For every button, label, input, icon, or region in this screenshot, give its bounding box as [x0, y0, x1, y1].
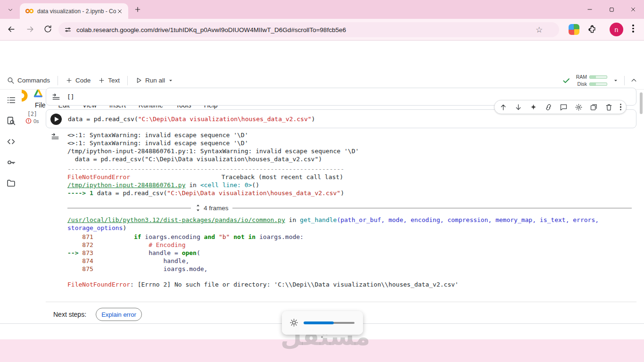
traceback-label: Traceback (most recent call last): [222, 173, 343, 181]
forward-button[interactable]: [25, 25, 35, 34]
notebook-toolbar: Commands Code Text Run all RAM Disk: [0, 72, 644, 90]
tab-title: data visualization - 2.ipynb - Co: [37, 8, 116, 15]
secrets-key-icon[interactable]: [0, 152, 22, 173]
colab-favicon: [25, 8, 33, 14]
mirror-cell-icon[interactable]: [590, 103, 598, 111]
search-icon: [7, 76, 15, 84]
new-tab-button[interactable]: [134, 6, 141, 13]
window-maximize-button[interactable]: [606, 5, 617, 14]
window-close-button[interactable]: [628, 5, 638, 14]
cell-error-icon[interactable]: [25, 118, 32, 124]
toolbar-divider: [624, 76, 625, 85]
add-code-label: Code: [75, 77, 91, 84]
output-text: []: [67, 93, 74, 101]
connected-check-icon[interactable]: [562, 76, 570, 85]
frames-divider-line: [67, 208, 191, 208]
syntax-warning-line: <>:1: SyntaxWarning: invalid escape sequ…: [67, 131, 632, 139]
gemini-spark-icon[interactable]: [529, 103, 537, 111]
notebook-scrollbar[interactable]: [640, 92, 643, 114]
frame-source-line: 874 handle,: [67, 257, 632, 265]
explain-error-button[interactable]: Explain error: [96, 308, 142, 321]
syntax-warning-code-line: data = pd.read_csv("C:\Depi\Data visuali…: [67, 155, 632, 163]
run-all-label: Run all: [145, 77, 165, 84]
browser-profile-avatar[interactable]: n: [610, 23, 623, 36]
back-button[interactable]: [7, 25, 16, 34]
tab-close-icon[interactable]: [116, 8, 123, 15]
play-icon: [55, 117, 59, 122]
explain-error-label: Explain error: [101, 311, 136, 318]
traceback-file-line[interactable]: /tmp/ipython-input-2848860761.py in <cel…: [67, 181, 632, 189]
drive-icon: [33, 88, 43, 99]
commands-label: Commands: [17, 77, 50, 84]
code-snippets-icon[interactable]: [0, 131, 22, 152]
url-bar[interactable]: colab.research.google.com/drive/1tuhIDKq…: [58, 22, 559, 37]
brightness-sun-icon: [289, 318, 298, 327]
cell-code-line[interactable]: data = pd.read_csv("C:\Depi\Data visuali…: [68, 115, 315, 123]
resources-indicator[interactable]: RAM Disk: [576, 74, 607, 87]
brightness-slider[interactable]: [304, 322, 355, 324]
delete-cell-icon[interactable]: [605, 103, 613, 111]
execution-count: [2]: [27, 110, 37, 118]
browser-menu-kebab-icon[interactable]: [632, 25, 634, 33]
bookmark-star-icon[interactable]: ☆: [536, 25, 543, 35]
add-code-button[interactable]: Code: [66, 77, 91, 84]
chevron-down-icon: [7, 7, 14, 13]
syntax-warning-line: <>:1: SyntaxWarning: invalid escape sequ…: [67, 139, 632, 147]
extensions-puzzle-icon[interactable]: [587, 25, 597, 34]
ram-usage-bar: [589, 75, 607, 79]
browser-tab-strip: data visualization - 2.ipynb - Co: [0, 0, 644, 19]
window-minimize-button[interactable]: [585, 5, 595, 14]
toolbar-divider: [127, 76, 128, 85]
move-cell-down-icon[interactable]: [514, 103, 522, 111]
frame-source-line: 872 # Encoding: [67, 241, 632, 249]
colab-header: data visualization - 2.ipynb ☆ Share Gem…: [0, 41, 644, 72]
osd-page-dot: [321, 336, 323, 338]
next-steps-label: Next steps:: [53, 311, 86, 318]
frame-source-line: 875 ioargs.mode,: [67, 265, 632, 273]
table-of-contents-icon[interactable]: [0, 90, 22, 110]
run-all-button[interactable]: Run all: [135, 77, 173, 84]
browser-tab[interactable]: data visualization - 2.ipynb - Co: [20, 3, 128, 19]
output-icon: [51, 132, 59, 141]
left-rail: [0, 90, 22, 323]
find-replace-icon[interactable]: [0, 110, 22, 131]
add-text-label: Text: [108, 77, 120, 84]
files-folder-icon[interactable]: [0, 173, 22, 193]
url-text[interactable]: colab.research.google.com/drive/1tuhIDKq…: [76, 26, 534, 33]
copy-link-icon[interactable]: [545, 103, 553, 111]
execution-time: 0s: [33, 118, 39, 124]
frames-divider-line: [232, 208, 632, 208]
plus-icon: [98, 77, 105, 84]
menu-file[interactable]: File: [35, 101, 46, 109]
brightness-slider-fill: [304, 321, 334, 324]
reload-button[interactable]: [43, 25, 52, 33]
chevron-down-icon[interactable]: [613, 78, 619, 83]
cell-settings-gear-icon[interactable]: [575, 103, 583, 111]
syntax-warning-line: /tmp/ipython-input-2848860761.py:1: Synt…: [67, 147, 632, 155]
expand-frames-icon[interactable]: [195, 204, 201, 212]
run-icon: [135, 77, 142, 84]
traceback-header: FileNotFoundError Traceback (most recent…: [67, 173, 343, 181]
disk-usage-bar: [589, 82, 607, 86]
extension-icon[interactable]: [569, 24, 579, 35]
add-text-button[interactable]: Text: [98, 77, 120, 84]
cell-toolbar: [494, 100, 627, 114]
final-error-line: FileNotFoundError: [Errno 2] No such fil…: [67, 280, 632, 288]
frames-count-label: 4 frames: [204, 205, 229, 212]
frame-source-line: 871 if ioargs.encoding and "b" not in io…: [67, 233, 632, 241]
move-cell-up-icon[interactable]: [499, 103, 507, 111]
add-comment-icon[interactable]: [560, 103, 568, 111]
chevron-down-icon[interactable]: [168, 78, 173, 83]
output-footer-divider: [46, 302, 636, 302]
collapse-header-icon[interactable]: [630, 77, 637, 84]
traceback-error-name: FileNotFoundError: [67, 173, 130, 181]
frame-file-line[interactable]: /usr/local/lib/python3.12/dist-packages/…: [67, 216, 632, 224]
site-settings-icon[interactable]: [64, 26, 72, 33]
tab-search-button[interactable]: [5, 4, 16, 16]
cell-output: <>:1: SyntaxWarning: invalid escape sequ…: [67, 131, 632, 288]
more-cell-actions-icon[interactable]: [620, 104, 621, 111]
run-cell-button[interactable]: [50, 114, 62, 125]
commands-button[interactable]: Commands: [7, 76, 50, 84]
frames-expander[interactable]: 4 frames: [67, 203, 632, 213]
frame-source-line-current: --> 873 handle = open(: [67, 249, 632, 257]
